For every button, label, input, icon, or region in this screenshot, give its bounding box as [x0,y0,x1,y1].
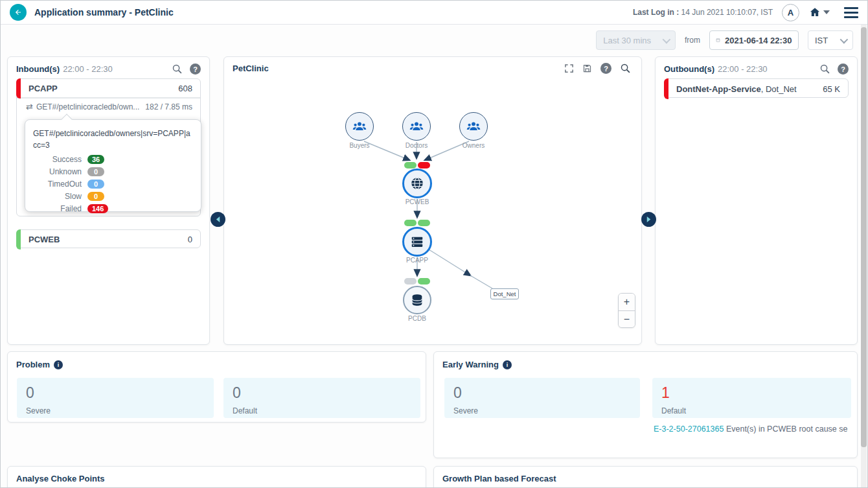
node-label-pcapp: PCAPP [388,257,446,264]
inbound-item-pcapp[interactable]: PCAPP 608 [17,79,200,98]
severity-edge-bar [664,78,668,99]
node-pcweb[interactable] [402,168,432,198]
stat-label: Success [33,155,82,164]
info-icon[interactable]: i [503,360,512,369]
chevron-down-icon [823,10,830,14]
health-pill-gray [404,278,417,285]
tile-label: Severe [26,406,205,415]
problem-default-tile[interactable]: 0 Default [223,378,420,418]
users-icon [409,119,424,134]
forecast-panel: Growth Plan based Forecast [433,466,858,488]
datetime-input[interactable] [725,36,792,45]
timezone-select[interactable]: IST [808,30,853,50]
severity-edge-bar [16,229,21,250]
problem-title: Problem [16,360,50,369]
early-warning-title: Early Warning [442,360,499,369]
node-buyers[interactable] [345,112,374,141]
status-badge: 0 [87,180,104,189]
service-name: PCWEB [29,235,60,244]
node-label-pcweb: PCWEB [388,198,446,205]
event-id-link[interactable]: E-3-2-50-27061365 [654,424,724,434]
avatar[interactable]: A [782,4,799,21]
transaction-row[interactable]: ⇄ GET#/petclinicoracledb/own... 182 / 7.… [17,98,200,115]
inbound-pcweb-card[interactable]: PCWEB 0 [16,229,201,248]
stat-label: Slow [33,192,82,201]
users-icon [352,119,367,134]
help-icon[interactable]: ? [838,64,849,75]
stat-row: Slow 0 [33,192,193,201]
topology-panel: PetClinic ? [223,56,642,345]
tile-value: 0 [453,384,631,402]
node-pcdb[interactable] [403,286,431,314]
search-icon[interactable] [819,64,830,75]
status-badge: 146 [87,204,108,213]
inbound-title: Inbound(s) [16,64,60,74]
stat-row: Success 36 [33,155,193,164]
topology-canvas[interactable]: Buyers Doctors Owners PCWEB [224,57,641,344]
health-pill-green [418,220,430,226]
chevron-down-icon [663,35,671,43]
service-count: 608 [178,84,192,93]
health-pill-red [418,162,430,168]
swap-icon: ⇄ [26,102,33,111]
node-dot-net[interactable]: Dot_Net [490,288,519,299]
node-label-buyers: Buyers [330,142,389,149]
page-title: Application summary - PetClinic [34,7,174,17]
users-icon [466,119,481,134]
zoom-in-button[interactable]: + [619,294,635,310]
server-icon [410,235,424,249]
info-icon[interactable]: i [54,360,63,369]
early-warning-default-tile[interactable]: 1 Default [652,378,851,418]
time-range-select[interactable]: Last 30 mins [596,30,676,50]
outbound-item-card[interactable]: DontNet-App-Service, Dot_Net 65 K [664,78,849,98]
choke-points-panel: Analyse Choke Points [7,466,426,488]
menu-icon[interactable] [844,7,858,18]
top-header: Application summary - PetClinic Last Log… [1,1,867,25]
arrow-left-icon [214,216,222,223]
tile-label: Default [661,406,842,415]
home-menu[interactable] [808,6,830,18]
last-login: Last Log in : 14 Jun 2021 10:10:07, IST [633,8,773,17]
transaction-label: GET#/petclinicoracledb/own... [36,102,139,111]
stat-row: Unknown 0 [33,167,193,176]
tooltip-title: GET#/petclinicoracledb/owners|srv=PCAPP|… [33,128,193,151]
back-button[interactable] [10,4,27,21]
filter-bar: Last 30 mins from IST [596,30,853,50]
timezone-value: IST [815,36,828,45]
outbound-time-range: 22:00 - 22:30 [718,64,768,74]
forecast-title: Growth Plan based Forecast [442,474,556,483]
transaction-tooltip: GET#/petclinicoracledb/owners|srv=PCAPP|… [25,119,201,212]
choke-points-title: Analyse Choke Points [16,474,105,483]
early-warning-severe-tile[interactable]: 0 Severe [444,378,640,418]
problem-panel: Problem i 0 Severe 0 Default [7,351,426,423]
node-pcapp[interactable] [402,227,432,257]
problem-severe-tile[interactable]: 0 Severe [17,378,214,418]
status-badge: 0 [87,167,104,176]
datetime-picker[interactable] [709,30,799,50]
tile-value: 0 [233,384,411,402]
scrollbar-thumb[interactable] [861,27,867,447]
zoom-out-button[interactable]: − [619,310,635,327]
tile-label: Default [233,406,411,415]
severity-edge-bar [16,78,21,99]
from-label: from [685,36,700,45]
node-label-doctors: Doctors [387,142,446,149]
transaction-value: 182 / 7.85 ms [145,102,192,111]
health-pill-green [404,162,417,168]
scroll-right-button[interactable] [641,212,656,227]
node-doctors[interactable] [402,112,431,141]
tile-label: Severe [453,406,631,415]
node-owners[interactable] [459,112,488,141]
home-icon [808,6,821,18]
stat-label: TimedOut [33,180,82,189]
event-text: Event(s) in PCWEB root cause servi... [724,424,848,434]
service-name: PCAPP [29,84,58,93]
stat-row: TimedOut 0 [33,180,193,189]
scroll-left-button[interactable] [211,212,225,227]
health-pill-green [404,220,417,226]
stat-label: Failed [33,204,82,213]
outbound-title: Outbound(s) [664,64,714,74]
outbound-panel: Outbound(s) 22:00 - 22:30 ? DontNet-App-… [655,56,858,345]
search-icon[interactable] [172,64,183,75]
help-icon[interactable]: ? [190,64,201,75]
